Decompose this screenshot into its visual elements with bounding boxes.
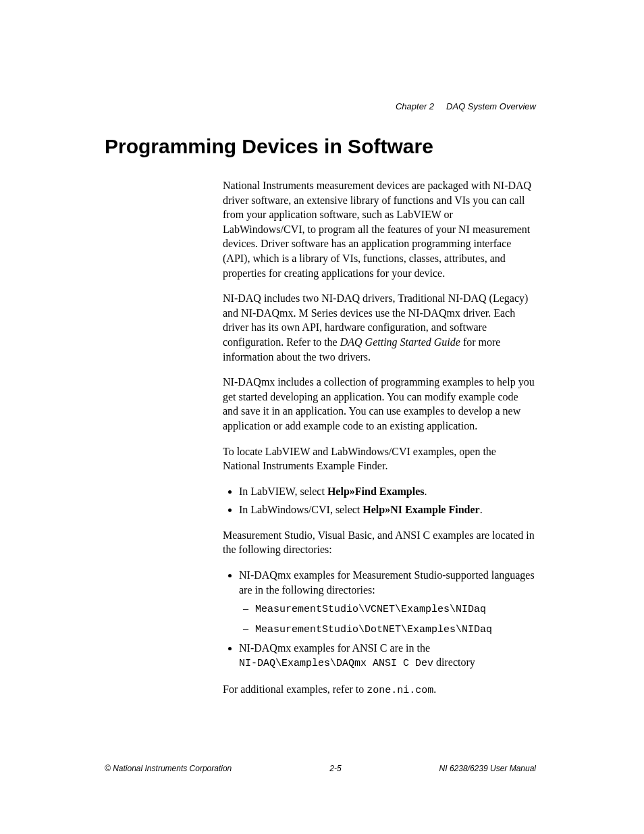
list-item: In LabWindows/CVI, select Help»NI Exampl… [239, 502, 536, 517]
sub-list: MeasurementStudio\VCNET\Examples\NIDaq M… [239, 601, 536, 637]
paragraph: NI-DAQ includes two NI-DAQ drivers, Trad… [223, 291, 536, 364]
chapter-title: DAQ System Overview [446, 101, 536, 111]
path: MeasurementStudio\VCNET\Examples\NIDaq [255, 604, 486, 615]
body-text: National Instruments measurement devices… [223, 178, 536, 698]
page: Chapter 2DAQ System Overview Programming… [0, 0, 644, 834]
paragraph: National Instruments measurement devices… [223, 178, 536, 280]
list-item: NI-DAQmx examples for Measurement Studio… [239, 568, 536, 637]
section-heading: Programming Devices in Software [105, 135, 536, 158]
manual-title: NI 6238/6239 User Manual [439, 764, 536, 773]
copyright: © National Instruments Corporation [105, 764, 232, 773]
menu-path: Help»NI Example Finder [363, 504, 479, 515]
paragraph: NI-DAQmx includes a collection of progra… [223, 375, 536, 433]
bullet-list: NI-DAQmx examples for Measurement Studio… [223, 568, 536, 671]
url: zone.ni.com [367, 685, 433, 696]
running-header: Chapter 2DAQ System Overview [396, 101, 536, 111]
path: MeasurementStudio\DotNET\Examples\NIDaq [255, 624, 492, 635]
list-item: MeasurementStudio\DotNET\Examples\NIDaq [255, 621, 536, 637]
paragraph: Measurement Studio, Visual Basic, and AN… [223, 528, 536, 557]
doc-reference: DAQ Getting Started Guide [340, 336, 460, 348]
list-item: NI-DAQmx examples for ANSI C are in the … [239, 641, 536, 671]
paragraph: For additional examples, refer to zone.n… [223, 682, 536, 698]
path: NI-DAQ\Examples\DAQmx ANSI C Dev [239, 658, 433, 669]
chapter-label: Chapter 2 [396, 101, 434, 111]
list-item: In LabVIEW, select Help»Find Examples. [239, 484, 536, 499]
page-footer: © National Instruments Corporation 2-5 N… [105, 764, 536, 773]
bullet-list: In LabVIEW, select Help»Find Examples. I… [223, 484, 536, 517]
list-item: MeasurementStudio\VCNET\Examples\NIDaq [255, 601, 536, 617]
page-number: 2-5 [329, 764, 341, 773]
paragraph: To locate LabVIEW and LabWindows/CVI exa… [223, 444, 536, 473]
menu-path: Help»Find Examples [327, 486, 425, 497]
